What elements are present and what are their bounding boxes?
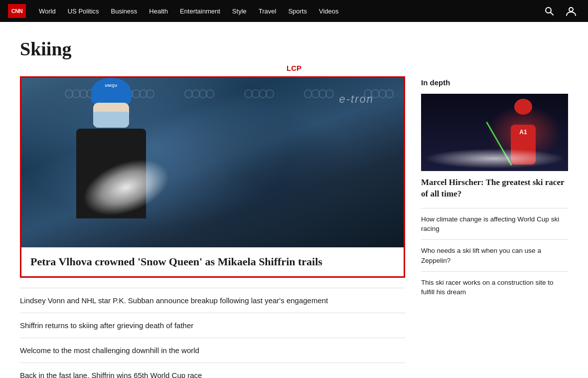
nav-link-business[interactable]: Business (105, 0, 144, 22)
page-title: Skiing (20, 38, 568, 60)
story-link[interactable]: Back in the fast lane, Shiffrin wins 65t… (20, 371, 202, 378)
in-depth-link-item: Who needs a ski lift when you can use a … (421, 239, 568, 271)
nav-link-world[interactable]: World (33, 0, 62, 22)
audi-ring-3 (184, 88, 214, 100)
svg-line-1 (551, 12, 554, 15)
story-link[interactable]: Lindsey Vonn and NHL star P.K. Subban an… (20, 296, 328, 305)
hero-container[interactable]: e-tron Petra Vlhova crowned 'Snow Queen'… (20, 76, 405, 278)
in-depth-link[interactable]: How climate change is affecting World Cu… (421, 215, 559, 232)
story-list-item: Welcome to the most challenging downhill… (20, 338, 405, 363)
story-list-item: Shiffrin returns to skiing after grievin… (20, 313, 405, 338)
search-icon (544, 6, 554, 16)
nav-links: WorldUS PoliticsBusinessHealthEntertainm… (33, 0, 540, 22)
in-depth-label: In depth (421, 76, 568, 87)
hero-headline[interactable]: Petra Vlhova crowned 'Snow Queen' as Mik… (21, 247, 404, 276)
cnn-logo[interactable]: CNN (8, 4, 26, 18)
nav-link-style[interactable]: Style (226, 0, 253, 22)
nav-link-videos[interactable]: Videos (313, 0, 345, 22)
search-button[interactable] (540, 2, 558, 20)
nav-link-us-politics[interactable]: US Politics (62, 0, 105, 22)
person-hat (91, 78, 131, 105)
user-icon (566, 5, 577, 16)
person-mask (93, 112, 129, 128)
user-account-button[interactable] (562, 2, 580, 20)
nav-link-entertainment[interactable]: Entertainment (174, 0, 226, 22)
etron-text: e-tron (339, 93, 374, 106)
nav-link-travel[interactable]: Travel (253, 0, 283, 22)
story-list-item: Lindsey Vonn and NHL star P.K. Subban an… (20, 288, 405, 313)
racer-helmet (514, 99, 532, 115)
nav-icons (540, 2, 580, 20)
in-depth-links: How climate change is affecting World Cu… (421, 208, 568, 303)
left-column: e-tron Petra Vlhova crowned 'Snow Queen'… (20, 76, 405, 378)
in-depth-main-headline[interactable]: Marcel Hirscher: The greatest ski racer … (421, 177, 568, 200)
right-column: In depth Marcel Hirscher: The greatest s… (421, 76, 568, 303)
nav-link-health[interactable]: Health (143, 0, 174, 22)
snow-spray-right (424, 149, 566, 169)
snow-splash (81, 163, 181, 222)
page-content: Skiing LCP (0, 22, 588, 378)
in-depth-link-item: How climate change is affecting World Cu… (421, 208, 568, 239)
main-layout: e-tron Petra Vlhova crowned 'Snow Queen'… (20, 76, 568, 378)
person-face (93, 103, 129, 128)
story-list-item: Back in the fast lane, Shiffrin wins 65t… (20, 363, 405, 378)
story-list: Lindsey Vonn and NHL star P.K. Subban an… (20, 288, 405, 378)
in-depth-link[interactable]: This ski racer works on a construction s… (421, 279, 554, 296)
navigation: CNN WorldUS PoliticsBusinessHealthEntert… (0, 0, 588, 22)
story-link[interactable]: Welcome to the most challenging downhill… (20, 346, 199, 355)
nav-link-sports[interactable]: Sports (282, 0, 313, 22)
in-depth-link-item: This ski racer works on a construction s… (421, 271, 568, 303)
story-link[interactable]: Shiffrin returns to skiing after grievin… (20, 321, 193, 330)
svg-point-2 (569, 7, 573, 11)
hero-image: e-tron (21, 78, 404, 247)
audi-ring-5 (304, 88, 334, 100)
lcp-label: LCP (20, 64, 568, 72)
in-depth-image[interactable] (421, 94, 568, 171)
in-depth-link[interactable]: Who needs a ski lift when you can use a … (421, 247, 541, 264)
audi-ring-4 (244, 88, 274, 100)
